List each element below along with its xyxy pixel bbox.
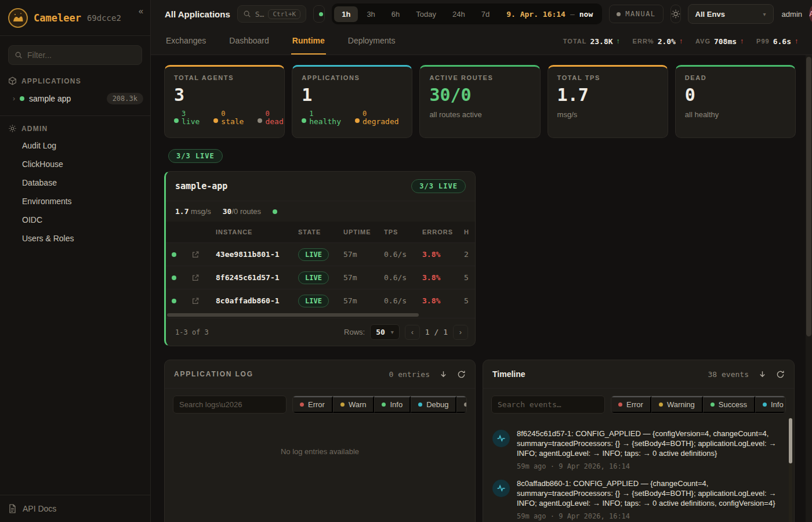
topbar: All Applications S… Ctrl+K O 1h 3h 6h To… [151, 0, 812, 28]
timeline-filter-error[interactable]: Error [611, 396, 651, 413]
timeline-filter-warning[interactable]: Warning [651, 396, 703, 413]
expand-chevron-icon[interactable]: › [13, 95, 15, 103]
stat-avg: AVG 708ms ↑ [695, 37, 744, 46]
range-today[interactable]: Today [408, 6, 444, 22]
trend-up-icon: ↑ [740, 37, 744, 45]
breakdown-dead: 0dead [258, 110, 283, 126]
tab-runtime[interactable]: Runtime [291, 28, 326, 55]
sidebar-item-environments[interactable]: Environments [0, 192, 150, 211]
event-message: 8c0affadb860-1: CONFIG_APPLIED — {change… [517, 478, 777, 508]
date-range-display[interactable]: 9. Apr. 16:14 – now [498, 10, 600, 19]
sidebar-item-audit-log[interactable]: Audit Log [0, 136, 150, 155]
global-search-button[interactable]: S… Ctrl+K [237, 5, 306, 23]
table-row[interactable]: 43ee9811b801-1 LIVE 57m 0.6/s 3.8% 2 [166, 242, 475, 266]
tab-dashboard[interactable]: Dashboard [228, 28, 270, 55]
filter-box[interactable] [8, 45, 142, 65]
timeline-search-input[interactable] [491, 396, 605, 414]
prev-page-button[interactable]: ‹ [405, 325, 420, 340]
search-icon [14, 51, 23, 59]
state-badge: LIVE [298, 248, 329, 261]
environment-value: All Envs [695, 10, 759, 19]
range-3h[interactable]: 3h [359, 6, 382, 22]
scrollbar-thumb[interactable] [167, 313, 419, 317]
timeline-filter-info[interactable]: Info [755, 396, 786, 413]
timeline-event[interactable]: 8f6245c61d57-1: CONFIG_APPLIED — {config… [492, 422, 784, 472]
event-message: 8f6245c61d57-1: CONFIG_APPLIED — {config… [517, 429, 777, 458]
sample-app-title: sample-app [175, 181, 227, 191]
instance-status-dot [172, 252, 176, 257]
range-24h[interactable]: 24h [445, 6, 473, 22]
sidebar-item-sample-app[interactable]: › sample app 208.3k [0, 89, 150, 108]
avatar[interactable]: AD [809, 5, 812, 23]
activity-pulse-icon [492, 480, 510, 497]
healthy-dot [302, 118, 306, 123]
table-pagination: 1-3 of 3 Rows: 50 ▾ ‹ 1 / 1 › [166, 318, 475, 346]
sidebar-item-clickhouse[interactable]: ClickHouse [0, 155, 150, 173]
log-filter-warn[interactable]: Warn [333, 396, 375, 413]
manual-refresh-button[interactable]: MANUAL [609, 5, 663, 23]
sample-app-live-badge: 3/3 LIVE [411, 179, 466, 193]
log-filter-debug[interactable]: Debug [411, 396, 456, 413]
connection-status[interactable]: O [313, 5, 325, 23]
info-dot [382, 403, 386, 407]
external-link-icon[interactable] [191, 251, 216, 259]
range-6h[interactable]: 6h [384, 6, 407, 22]
sidebar-item-oidc[interactable]: OIDC [0, 211, 150, 229]
download-icon[interactable] [758, 370, 767, 379]
tab-deployments[interactable]: Deployments [347, 28, 397, 55]
chevron-down-icon: ▾ [763, 11, 766, 17]
log-search-input[interactable] [173, 396, 287, 414]
error-dot [300, 403, 304, 407]
trend-up-icon: ↑ [679, 37, 683, 45]
filter-input[interactable] [27, 50, 136, 60]
timeline-filter-success[interactable]: Success [703, 396, 755, 413]
log-filter-trace[interactable]: Trace [456, 396, 467, 413]
theme-toggle-button[interactable] [670, 5, 681, 23]
refresh-icon[interactable] [457, 370, 466, 379]
stale-dot [213, 118, 218, 123]
page-scrollbar-thumb[interactable] [806, 57, 811, 336]
instances-table: INSTANCE STATE UPTIME TPS ERRORS H [166, 222, 475, 318]
timeline-scrollbar-thumb[interactable] [789, 418, 792, 463]
table-row[interactable]: 8f6245c61d57-1 LIVE 57m 0.6/s 3.8% 5 [166, 266, 475, 289]
stat-p99: P99 6.6s ↑ [756, 37, 798, 46]
breakdown-healthy: 1healthy [302, 110, 341, 126]
warn-dot [340, 403, 345, 407]
timeline-panel: Timeline 38 events [483, 360, 795, 522]
tab-exchanges[interactable]: Exchanges [165, 28, 207, 55]
download-icon[interactable] [439, 370, 448, 379]
table-row[interactable]: 8c0affadb860-1 LIVE 57m 0.6/s 3.8% 5 [166, 289, 475, 312]
cube-icon [8, 77, 17, 85]
log-controls: Error Warn Info Debug [165, 389, 475, 420]
environment-select[interactable]: All Envs ▾ [688, 4, 774, 24]
manual-status-dot [617, 12, 621, 16]
external-link-icon[interactable] [191, 274, 216, 282]
dead-dot [258, 118, 262, 123]
log-filter-error[interactable]: Error [293, 396, 333, 413]
next-page-button[interactable]: › [453, 325, 468, 340]
timeline-event-list: 8f6245c61d57-1: CONFIG_APPLIED — {config… [483, 420, 794, 522]
log-filter-info[interactable]: Info [374, 396, 411, 413]
state-badge: LIVE [298, 271, 329, 284]
live-summary-row: 3/3 LIVE [164, 148, 796, 171]
timeline-event[interactable]: 8c0affadb860-1: CONFIG_APPLIED — {change… [492, 472, 784, 521]
page-scrollbar-track[interactable] [806, 55, 812, 522]
sidebar-item-users-roles[interactable]: Users & Roles [0, 229, 150, 248]
breakdown-live: 3live [174, 110, 200, 126]
gear-icon [8, 124, 17, 133]
refresh-icon[interactable] [776, 370, 785, 379]
sidebar-collapse-icon[interactable]: « [139, 6, 143, 16]
search-shortcut: Ctrl+K [268, 9, 300, 19]
warning-dot [659, 403, 663, 407]
external-link-icon[interactable] [191, 297, 216, 305]
sidebar-item-database[interactable]: Database [0, 173, 150, 192]
trace-dot [464, 403, 467, 407]
api-docs-link[interactable]: API Docs [0, 495, 150, 522]
range-1h[interactable]: 1h [334, 6, 358, 22]
app-health-dot [273, 209, 277, 214]
success-dot [710, 403, 715, 407]
log-empty-state: No log entries available [165, 420, 475, 456]
horizontal-scrollbar[interactable] [167, 313, 474, 318]
range-7d[interactable]: 7d [474, 6, 497, 22]
rows-per-page-select[interactable]: 50 ▾ [370, 324, 400, 340]
